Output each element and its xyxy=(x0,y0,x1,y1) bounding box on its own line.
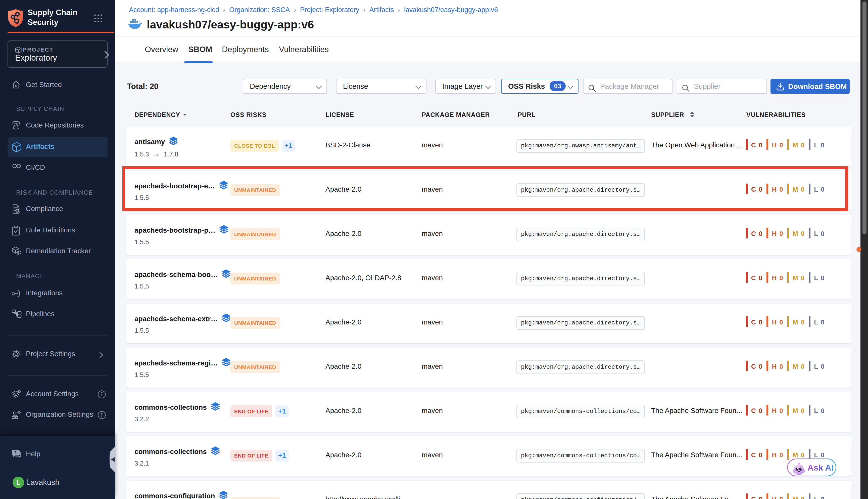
svg-text:?: ? xyxy=(14,450,16,455)
